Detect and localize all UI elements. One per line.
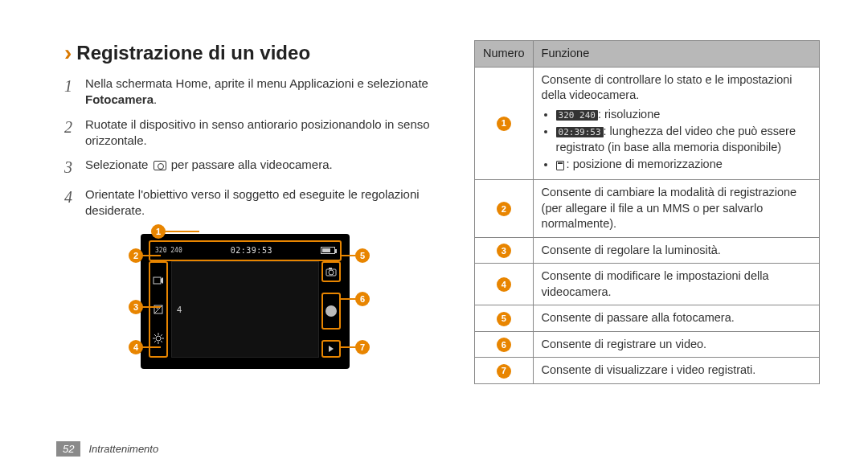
row-intro: Consente di cambiare la modalità di regi… <box>533 179 819 237</box>
table-row: 3 Consente di regolare la luminosità. <box>475 237 820 264</box>
exposure-value: 4 <box>177 305 182 314</box>
step: 2 Ruotate il dispositivo in senso antior… <box>64 117 442 149</box>
page-footer: 52 Intrattenimento <box>56 441 158 457</box>
callout-6: 6 <box>355 292 370 306</box>
step: 3 Selezionate per passare alla videocame… <box>64 157 442 178</box>
step-text: Nella schermata Home, aprite il menu App… <box>85 76 442 109</box>
table-row: 6 Consente di registrare un video. <box>475 331 820 358</box>
row-number: 5 <box>497 312 511 326</box>
row-number: 1 <box>497 117 511 131</box>
svg-point-3 <box>156 336 161 341</box>
section-title-text: Registrazione di un video <box>76 42 310 64</box>
row-number: 3 <box>497 244 511 258</box>
row-number: 2 <box>497 202 511 216</box>
row-number: 6 <box>497 338 511 352</box>
record-button <box>321 293 341 330</box>
callout-7: 7 <box>355 340 370 354</box>
step-text: Selezionate per passare alla videocamera… <box>85 157 442 178</box>
step-text: Ruotate il dispositivo in senso antiorar… <box>85 117 442 149</box>
row-intro: Consente di registrare un video. <box>533 331 819 358</box>
callout-3: 3 <box>129 300 143 314</box>
resolution-text: 320 240 <box>155 248 182 254</box>
svg-line-10 <box>161 334 162 336</box>
row-number: 7 <box>497 364 511 379</box>
callout-2: 2 <box>129 248 143 263</box>
resolution-icon: 320 240 <box>556 110 598 121</box>
row-intro: Consente di controllare lo stato e le im… <box>542 73 792 102</box>
table-row: 5 Consente di passare alla fotocamera. <box>475 305 820 332</box>
svg-line-11 <box>154 341 156 342</box>
exposure-icon: + <box>152 303 165 316</box>
table-row: 1 Consente di controllare lo stato e le … <box>475 67 820 179</box>
table-head-number: Numero <box>475 41 534 68</box>
status-bar: 320 240 02:39:53 <box>149 240 342 261</box>
play-icon <box>321 340 341 358</box>
storage-icon <box>556 161 564 170</box>
row-intro: Consente di passare alla fotocamera. <box>533 305 819 332</box>
row-intro: Consente di regolare la luminosità. <box>533 237 819 264</box>
left-icon-column: + <box>149 261 168 358</box>
switch-camera-icon <box>321 261 341 282</box>
svg-rect-0 <box>154 277 161 284</box>
step: 4 Orientate l'obiettivo verso il soggett… <box>64 186 442 219</box>
row-intro: Consente di modificare le impostazioni d… <box>533 264 819 305</box>
battery-icon <box>321 247 335 254</box>
row-number: 4 <box>497 277 511 292</box>
step-number: 4 <box>64 186 85 219</box>
mode-icon <box>152 274 165 287</box>
step-number: 1 <box>64 76 85 109</box>
row-intro: Consente di visualizzare i video registr… <box>533 358 819 384</box>
step-number: 3 <box>64 157 85 178</box>
device-diagram: 1 2 3 4 5 6 7 320 240 02:39:53 <box>113 234 378 369</box>
table-row: 4 Consente di modificare le impostazioni… <box>475 264 820 305</box>
page-number: 52 <box>56 441 80 457</box>
svg-line-9 <box>161 341 162 342</box>
step-number: 2 <box>64 117 85 149</box>
table-row: 2 Consente di cambiare la modalità di re… <box>475 179 820 237</box>
viewfinder: 4 <box>171 261 319 358</box>
camera-icon <box>154 161 166 170</box>
time-text: 02:39:53 <box>231 246 272 255</box>
step-text: Orientate l'obiettivo verso il soggetto … <box>85 186 442 219</box>
callout-4: 4 <box>129 340 143 354</box>
table-head-function: Funzione <box>533 41 819 68</box>
section-heading: › Registrazione di un video <box>64 40 442 66</box>
callout-1: 1 <box>151 224 166 239</box>
svg-line-8 <box>154 334 156 336</box>
footer-title: Intrattenimento <box>88 443 158 455</box>
settings-icon <box>152 332 165 345</box>
step: 1 Nella schermata Home, aprite il menu A… <box>64 76 442 109</box>
table-row: 7 Consente di visualizzare i video regis… <box>475 358 820 384</box>
chevron-icon: › <box>64 40 72 66</box>
svg-rect-14 <box>329 268 332 269</box>
svg-point-13 <box>329 270 334 275</box>
function-table: Numero Funzione 1 Consente di controllar… <box>474 40 820 384</box>
duration-icon: 02:39:53 <box>556 127 604 137</box>
callout-5: 5 <box>355 248 370 263</box>
